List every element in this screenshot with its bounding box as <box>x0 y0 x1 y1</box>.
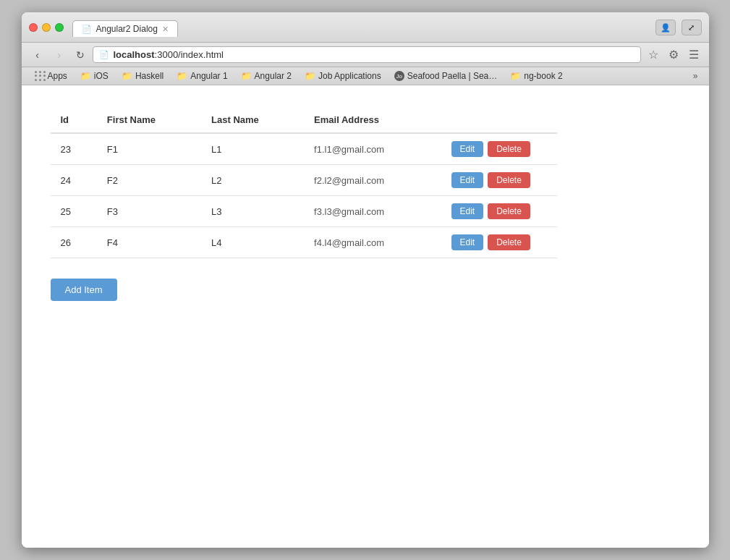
settings-button[interactable]: ⚙ <box>666 46 682 63</box>
cell-id: 26 <box>51 227 97 258</box>
apps-grid-icon <box>35 71 45 81</box>
col-last-name: Last Name <box>201 107 304 133</box>
browser-window: 📄 Angular2 Dialog ✕ 👤 ⤢ ‹ › ↻ 📄 localhos… <box>22 12 709 548</box>
cell-actions: Edit Delete <box>441 227 557 258</box>
cell-id: 23 <box>51 133 97 165</box>
tab-title: Angular2 Dialog <box>96 24 158 34</box>
cell-actions: Edit Delete <box>441 196 557 227</box>
cell-first-name: F3 <box>97 196 201 227</box>
bookmark-ios[interactable]: 📁 iOS <box>75 69 114 82</box>
table-header-row: Id First Name Last Name Email Address <box>51 107 557 133</box>
cell-last-name: L4 <box>201 227 304 258</box>
minimize-button[interactable] <box>42 23 51 32</box>
tab-close-icon[interactable]: ✕ <box>162 25 169 34</box>
forward-button[interactable]: › <box>51 47 68 63</box>
bookmark-seafood[interactable]: Jo Seafood Paella | Sea… <box>389 69 504 82</box>
page-content: Id First Name Last Name Email Address 23… <box>22 85 709 548</box>
bookmark-ngbook2[interactable]: 📁 ng-book 2 <box>504 69 568 82</box>
folder-icon: 📁 <box>241 71 252 81</box>
cell-email: f4.l4@gmail.com <box>304 227 441 258</box>
address-lock-icon: 📄 <box>99 50 109 59</box>
maximize-button[interactable] <box>55 23 64 32</box>
back-button[interactable]: ‹ <box>29 47 46 63</box>
bookmark-apps-label: Apps <box>48 71 67 81</box>
fullscreen-button[interactable]: ⤢ <box>682 20 702 35</box>
cell-first-name: F1 <box>97 133 201 165</box>
bookmark-ngbook2-label: ng-book 2 <box>524 71 562 81</box>
cell-first-name: F4 <box>97 227 201 258</box>
cell-last-name: L2 <box>201 165 304 196</box>
cell-actions: Edit Delete <box>441 165 557 196</box>
cell-actions: Edit Delete <box>441 133 557 165</box>
table-row: 26 F4 L4 f4.l4@gmail.com Edit Delete <box>51 227 557 258</box>
folder-icon: 📁 <box>80 71 91 81</box>
bookmark-star-button[interactable]: ☆ <box>645 46 661 63</box>
close-button[interactable] <box>29 23 38 32</box>
delete-button[interactable]: Delete <box>488 203 530 219</box>
bookmark-job-applications-label: Job Applications <box>318 71 381 81</box>
folder-icon: 📁 <box>122 71 132 81</box>
cell-id: 24 <box>51 165 97 196</box>
avatar-icon: Jo <box>394 71 404 81</box>
delete-button[interactable]: Delete <box>488 141 530 157</box>
folder-icon: 📁 <box>305 71 315 81</box>
delete-button[interactable]: Delete <box>488 172 530 188</box>
col-email: Email Address <box>304 107 441 133</box>
bookmark-angular2[interactable]: 📁 Angular 2 <box>235 69 297 82</box>
bookmark-angular2-label: Angular 2 <box>255 71 292 81</box>
new-tab-area <box>179 18 223 37</box>
bookmark-haskell[interactable]: 📁 Haskell <box>116 69 169 82</box>
cell-last-name: L3 <box>201 196 304 227</box>
window-controls: 👤 ⤢ <box>655 20 702 35</box>
profile-button[interactable]: 👤 <box>655 20 676 35</box>
bookmark-angular1[interactable]: 📁 Angular 1 <box>171 69 233 82</box>
cell-first-name: F2 <box>97 165 201 196</box>
delete-button[interactable]: Delete <box>488 234 530 250</box>
col-first-name: First Name <box>97 107 201 133</box>
bookmark-seafood-label: Seafood Paella | Sea… <box>407 71 498 81</box>
table-row: 25 F3 L3 f3.l3@gmail.com Edit Delete <box>51 196 557 227</box>
table-row: 24 F2 L2 f2.l2@gmail.com Edit Delete <box>51 165 557 196</box>
col-actions <box>441 107 557 133</box>
edit-button[interactable]: Edit <box>451 141 484 157</box>
tab-icon: 📄 <box>82 25 92 34</box>
menu-button[interactable]: ☰ <box>686 46 702 63</box>
bookmarks-more-button[interactable]: » <box>689 69 702 82</box>
title-bar: 📄 Angular2 Dialog ✕ 👤 ⤢ <box>22 12 709 43</box>
cell-email: f2.l2@gmail.com <box>304 165 441 196</box>
cell-email: f1.l1@gmail.com <box>304 133 441 165</box>
edit-button[interactable]: Edit <box>451 234 484 250</box>
bookmark-apps[interactable]: Apps <box>29 69 73 82</box>
cell-last-name: L1 <box>201 133 304 165</box>
traffic-lights <box>29 23 64 32</box>
bookmark-angular1-label: Angular 1 <box>190 71 227 81</box>
bookmarks-bar: Apps 📁 iOS 📁 Haskell 📁 Angular 1 📁 Angul… <box>22 67 709 85</box>
add-item-button[interactable]: Add Item <box>51 279 117 301</box>
folder-orange-icon: 📁 <box>510 71 521 81</box>
edit-button[interactable]: Edit <box>451 203 484 219</box>
col-id: Id <box>51 107 97 133</box>
cell-id: 25 <box>51 196 97 227</box>
data-table: Id First Name Last Name Email Address 23… <box>51 107 557 258</box>
bookmark-haskell-label: Haskell <box>135 71 164 81</box>
tab-bar: 📄 Angular2 Dialog ✕ <box>72 18 655 37</box>
address-bar[interactable]: 📄 localhost:3000/index.html <box>93 46 641 63</box>
edit-button[interactable]: Edit <box>451 172 484 188</box>
address-localhost: localhost:3000/index.html <box>114 49 224 60</box>
nav-bar: ‹ › ↻ 📄 localhost:3000/index.html ☆ ⚙ ☰ <box>22 43 709 67</box>
active-tab[interactable]: 📄 Angular2 Dialog ✕ <box>72 20 178 37</box>
cell-email: f3.l3@gmail.com <box>304 196 441 227</box>
address-text: localhost:3000/index.html <box>114 49 634 60</box>
bookmark-job-applications[interactable]: 📁 Job Applications <box>299 69 387 82</box>
bookmark-ios-label: iOS <box>94 71 109 81</box>
table-row: 23 F1 L1 f1.l1@gmail.com Edit Delete <box>51 133 557 165</box>
folder-icon: 📁 <box>177 71 187 81</box>
refresh-button[interactable]: ↻ <box>72 47 88 63</box>
